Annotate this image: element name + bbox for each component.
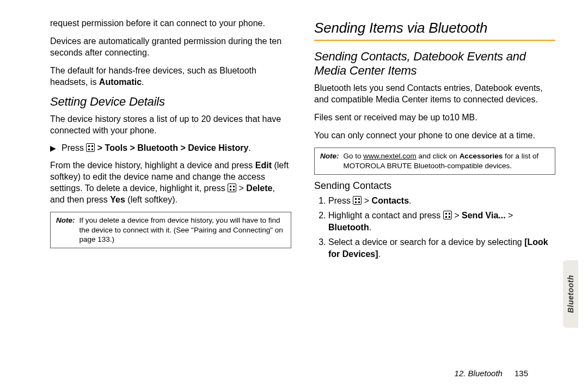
text: Select a device or search for a device b… [328,237,524,247]
text: . [378,249,381,259]
text: > [506,211,513,220]
heading-rule [314,40,555,41]
text-bold: Yes [110,195,125,204]
subheading-setting-device-details: Setting Device Details [50,95,291,109]
text-bold: Automatic [99,77,142,87]
note-label: Note: [56,216,75,244]
menu-key-icon [86,143,95,152]
text: > [362,196,371,205]
link-text: www.nextel.com [363,152,416,160]
step-item: Press > Contacts. [328,195,555,207]
menu-key-icon [353,196,362,205]
left-column: request permission before it can connect… [50,17,291,264]
menu-key-icon [443,211,452,219]
text-bold: Delete [246,183,272,193]
subheading-sending-contacts-events: Sending Contacts, Datebook Events and Me… [314,50,555,78]
bullet-arrow-icon: ▶ [50,144,56,152]
text-bold: Bluetooth [328,223,369,232]
text: Press [62,143,86,152]
page-footer: 12. Bluetooth135 [455,369,528,378]
side-tab-label: Bluetooth [566,275,575,313]
text-bold: > Tools > Bluetooth > Device History [95,143,248,152]
text: (left softkey). [125,195,177,204]
text: and click on [416,152,460,160]
text: > [452,211,462,220]
step-item: Highlight a contact and press > Send Via… [328,210,555,233]
paragraph: You can only connect your phone to one d… [314,130,555,141]
text: From the device history, highlight a dev… [50,161,255,170]
right-column: Sending Items via Bluetooth Sending Cont… [314,17,555,264]
text: . [369,223,371,232]
text-bold: Edit [255,161,272,170]
step: ▶ Press > Tools > Bluetooth > Device His… [50,143,291,154]
text: . [248,143,250,152]
paragraph: The device history stores a list of up t… [50,113,291,136]
paragraph: Files sent or received may be up to10 MB… [314,112,555,123]
footer-chapter: 12. Bluetooth [455,369,503,378]
menu-key-icon [228,183,236,192]
minor-heading-sending-contacts: Sending Contacts [314,180,555,192]
note-body: If you delete a device from device histo… [79,216,286,244]
note-box: Note: Go to www.nextel.com and click on … [314,148,555,174]
note-label: Note: [320,151,339,170]
manual-page: request permission before it can connect… [0,0,588,392]
text: Highlight a contact and press [328,211,443,220]
paragraph: Devices are automatically granted permis… [50,35,291,58]
text-bold: Contacts [372,196,409,205]
ordered-steps: Press > Contacts. Highlight a contact an… [314,195,555,260]
text: The default for hands-free devices, such… [50,66,256,87]
text: > [236,183,246,193]
text: Press [328,196,353,205]
paragraph: From the device history, highlight a dev… [50,160,291,205]
note-body: Go to www.nextel.com and click on Access… [344,151,550,170]
two-column-layout: request permission before it can connect… [50,17,555,264]
heading-sending-items: Sending Items via Bluetooth [314,20,555,36]
footer-page-number: 135 [514,369,528,378]
text: Go to [344,152,364,160]
note-box: Note: If you delete a device from device… [50,212,291,248]
text: . [409,196,411,205]
paragraph: Bluetooth lets you send Contacts entries… [314,82,555,105]
text-bold: Send Via... [462,211,506,220]
text-bold: Accessories [460,152,503,160]
step-text: Press > Tools > Bluetooth > Device Histo… [62,143,251,154]
text: . [142,77,144,87]
side-tab: Bluetooth [563,260,578,328]
paragraph: The default for hands-free devices, such… [50,65,291,88]
paragraph: request permission before it can connect… [50,17,291,29]
step-item: Select a device or search for a device b… [328,236,555,260]
